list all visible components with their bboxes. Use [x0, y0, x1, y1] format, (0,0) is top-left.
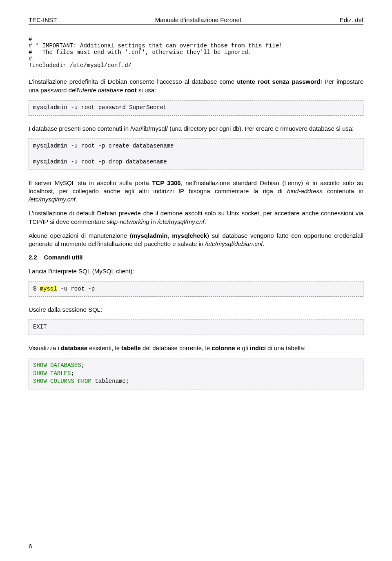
header-center: Manuale d'installazione Foronet [57, 16, 339, 23]
code-keyword: SHOW DATABASES [33, 362, 81, 369]
text-bold: mysqlcheck [172, 232, 207, 239]
text-italic: /etc/mysql/my.cnf [29, 196, 76, 203]
text: Visualizza i [29, 344, 61, 351]
code-line: mysqladmin -u root password SuperSecret [33, 104, 167, 111]
paragraph: I database presenti sono contenuti in /v… [29, 125, 363, 133]
paragraph: L'installazione predefinita di Debian co… [29, 78, 363, 94]
text-bold: utente root senza password [237, 78, 320, 85]
code-lines: mysqladmin -u root -p create databasenam… [33, 143, 174, 165]
code-block: $ mysql -u root -p [29, 282, 363, 297]
text: e gli [235, 344, 250, 351]
text-italic: /etc/mysql/my.cnf [158, 218, 205, 225]
code-block: mysqladmin -u root password SuperSecret [29, 100, 363, 116]
text: esistenti, le [87, 344, 121, 351]
code-text: tablename [91, 378, 126, 384]
text: . [263, 240, 264, 247]
text-italic: skip-networking [107, 218, 149, 225]
code-block: EXIT [29, 320, 363, 335]
text: . [204, 218, 206, 225]
code-semicolon: ; [81, 362, 85, 369]
code-text-highlight: mysql [40, 286, 57, 292]
section-number: 2.2 [29, 254, 37, 261]
page: TEC-INST Manuale d'installazione Foronet… [0, 0, 392, 561]
code-keyword: SHOW TABLES [33, 370, 71, 377]
code-text: -u root -p [57, 286, 95, 292]
paragraph: Visualizza i database esistenti, le tabe… [29, 344, 363, 352]
paragraph: Lancia l'interprete SQL (MySQL client): [29, 267, 363, 275]
text-bold: indici [250, 344, 266, 351]
header-right: Ediz. def [340, 16, 363, 23]
text-bold: tabelle [121, 344, 141, 351]
code-keyword: SHOW COLUMNS FROM [33, 378, 91, 384]
page-header: TEC-INST Manuale d'installazione Foronet… [29, 16, 363, 23]
text-bold: colonne [212, 344, 235, 351]
section-title: Comandi utili [44, 254, 83, 261]
page-number: 6 [29, 543, 32, 550]
text: Uscire dalla sessione SQL: [29, 306, 102, 313]
text: contenuta in [323, 188, 363, 194]
paragraph: Il server MySQL sta in ascolto sulla por… [29, 179, 363, 204]
section-heading: 2.2 Comandi utili [29, 254, 363, 261]
text-italic: bind-address [287, 188, 323, 194]
text: I database presenti sono contenuti in /v… [29, 125, 354, 132]
text-bold: TCP 3306 [152, 179, 181, 186]
text-bold: mysqladmin [132, 232, 168, 239]
code-semicolon: ; [126, 378, 129, 384]
text-bold: root [125, 87, 137, 94]
code-block: SHOW DATABASES; SHOW TABLES; SHOW COLUMN… [29, 358, 363, 389]
paragraph: Uscire dalla sessione SQL: [29, 306, 363, 314]
text: si usa: [137, 87, 156, 94]
code-block: mysqladmin -u root -p create databasenam… [29, 139, 363, 170]
paragraph: Alcune operazioni di manutenzione (mysql… [29, 232, 363, 248]
text: di una tabella: [266, 344, 306, 351]
code-block-config: # # * IMPORTANT: Additional settings tha… [29, 36, 363, 69]
text: . [76, 196, 77, 203]
text-italic: utente database [79, 87, 123, 94]
header-underline [29, 24, 363, 25]
text-italic: /etc/mysql/debian.cnf [205, 240, 263, 247]
code-text: EXIT [33, 324, 47, 330]
text: in [149, 218, 158, 225]
text: L'installazione predefinita di Debian co… [29, 78, 237, 85]
text: Lancia l'interprete SQL (MySQL client): [29, 268, 134, 275]
text: Alcune operazioni di manutenzione ( [29, 232, 132, 239]
header-left: TEC-INST [29, 16, 57, 23]
paragraph: L'installazione di default Debian preved… [29, 209, 363, 226]
text: Il server MySQL sta in ascolto sulla por… [29, 179, 152, 186]
text: del database corrente, le [141, 344, 212, 351]
text-bold: database [61, 344, 87, 351]
code-text: $ [33, 286, 40, 292]
text: , [167, 232, 172, 239]
code-semicolon: ; [71, 370, 74, 377]
